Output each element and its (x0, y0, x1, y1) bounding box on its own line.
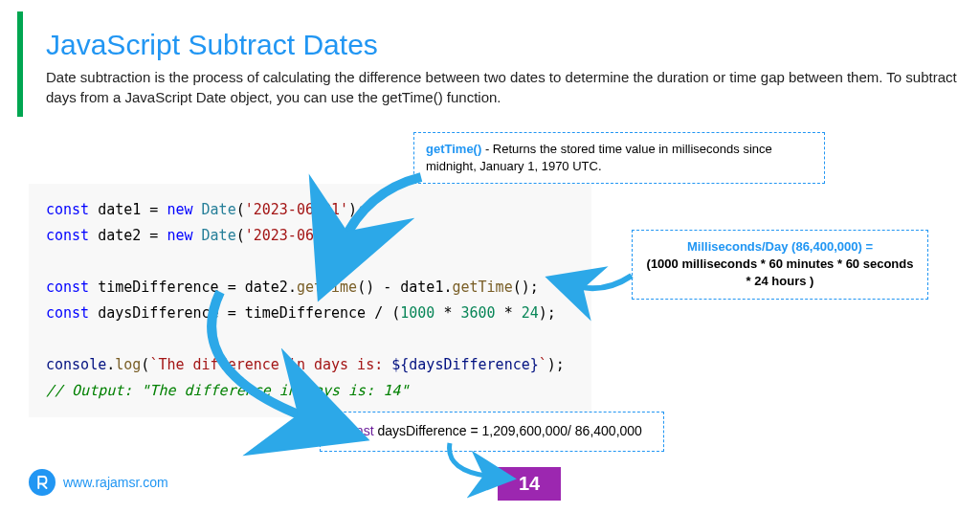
code-blank-1 (46, 249, 574, 275)
callout-ms-per-day: Milliseconds/Day (86,400,000) = (1000 mi… (632, 230, 928, 300)
callout-gettime-label: getTime() (426, 142, 481, 156)
callout-ms-title: Milliseconds/Day (86,400,000) = (644, 238, 916, 256)
callout-gettime: getTime() - Returns the stored time valu… (413, 132, 825, 184)
code-line-2: const date2 = new Date('2023-06-15'); (46, 223, 574, 249)
callout-calculation: const daysDifference = 1,209,600,000/ 86… (320, 412, 664, 452)
code-block: const date1 = new Date('2023-06-01'); co… (29, 184, 591, 417)
code-line-1: const date1 = new Date('2023-06-01'); (46, 197, 574, 223)
code-line-7: console.log(`The difference in days is: … (46, 352, 574, 378)
callout-calc-const: const (342, 423, 373, 438)
footer-url[interactable]: www.rajamsr.com (63, 475, 168, 490)
footer: www.rajamsr.com (29, 469, 168, 496)
code-line-8: // Output: "The difference in days is: 1… (46, 378, 574, 404)
code-line-4: const timeDifference = date2.getTime() -… (46, 275, 574, 301)
page-title: JavaScript Subtract Dates (46, 29, 957, 61)
callout-ms-formula: (1000 milliseconds * 60 minutes * 60 sec… (644, 256, 916, 290)
header: JavaScript Subtract Dates Date subtracti… (17, 11, 980, 117)
code-blank-2 (46, 326, 574, 352)
subtitle: Date subtraction is the process of calcu… (46, 67, 957, 107)
callout-calc-text: daysDifference = 1,209,600,000/ 86,400,0… (374, 423, 642, 438)
code-line-5: const daysDifference = timeDifference / … (46, 301, 574, 326)
result-badge: 14 (498, 467, 561, 501)
logo-icon (29, 469, 56, 496)
